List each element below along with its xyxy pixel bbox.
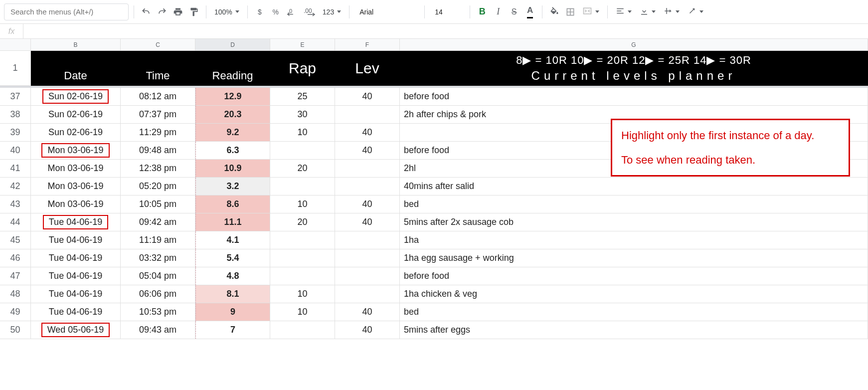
cell-note[interactable]: 5mins after eggs [400, 321, 868, 339]
row-number[interactable]: 39 [0, 124, 31, 142]
cell-time[interactable]: 05:20 pm [121, 178, 195, 195]
cell-time[interactable]: 08:12 am [121, 88, 195, 106]
text-rotation-dropdown[interactable] [685, 4, 706, 20]
cell-date[interactable]: Tue 04-06-19 [31, 285, 121, 303]
cell-date[interactable]: Tue 04-06-19 [31, 267, 121, 285]
cell-time[interactable]: 07:37 pm [121, 106, 195, 124]
cell-lev[interactable] [335, 106, 400, 124]
cell-rap[interactable]: 20 [270, 160, 335, 178]
cell-time[interactable]: 09:43 am [121, 321, 195, 339]
cell-time[interactable]: 10:53 pm [121, 303, 195, 321]
cell-reading[interactable]: 8.6 [195, 195, 270, 213]
formula-input[interactable] [23, 24, 868, 38]
cell-rap[interactable]: 10 [270, 303, 335, 321]
row-number[interactable]: 38 [0, 106, 31, 124]
merge-cells-dropdown[interactable] [579, 4, 602, 20]
row-number[interactable]: 40 [0, 142, 31, 160]
cell-reading[interactable]: 11.1 [195, 213, 270, 231]
row-number[interactable]: 48 [0, 285, 31, 303]
row-number[interactable]: 47 [0, 267, 31, 285]
format-percent-button[interactable]: % [269, 4, 283, 20]
cell-date[interactable]: Mon 03-06-19 [31, 142, 121, 160]
cell-rap[interactable] [270, 142, 335, 160]
paint-format-button[interactable] [187, 4, 201, 20]
cell-date[interactable]: Wed 05-06-19 [31, 321, 121, 339]
vertical-align-dropdown[interactable] [637, 4, 659, 20]
column-header-F[interactable]: F [335, 39, 400, 50]
text-wrap-dropdown[interactable] [661, 4, 683, 20]
cell-rap[interactable] [270, 178, 335, 195]
cell-date[interactable]: Sun 02-06-19 [31, 88, 121, 106]
cell-note[interactable]: 1ha egg sausage + working [400, 249, 868, 267]
horizontal-align-dropdown[interactable] [613, 4, 635, 20]
cell-date[interactable]: Tue 04-06-19 [31, 231, 121, 249]
cell-rap[interactable] [270, 267, 335, 285]
cell-time[interactable]: 06:06 pm [121, 285, 195, 303]
font-family-dropdown[interactable]: Arial [354, 4, 419, 19]
cell-lev[interactable] [335, 285, 400, 303]
cell-date[interactable]: Tue 04-06-19 [31, 213, 121, 231]
cell-reading[interactable]: 9 [195, 303, 270, 321]
cell-time[interactable]: 11:19 am [121, 231, 195, 249]
cell-lev[interactable] [335, 178, 400, 195]
cell-reading[interactable]: 9.2 [195, 124, 270, 142]
header-planner[interactable]: 8▶ = 10R 10▶ = 20R 12▶ = 25R 14▶ = 30R C… [400, 51, 868, 86]
column-header-C[interactable]: C [121, 39, 195, 50]
cell-reading[interactable]: 3.2 [195, 178, 270, 195]
more-number-formats-dropdown[interactable]: 123 [320, 4, 344, 20]
cell-rap[interactable]: 10 [270, 285, 335, 303]
cell-date[interactable]: Mon 03-06-19 [31, 160, 121, 178]
column-header-B[interactable]: B [31, 39, 121, 50]
zoom-dropdown[interactable]: 100% [211, 4, 242, 20]
cell-date[interactable]: Mon 03-06-19 [31, 195, 121, 213]
decrease-decimal-button[interactable]: .0 [285, 4, 300, 20]
cell-lev[interactable]: 40 [335, 142, 400, 160]
cell-rap[interactable]: 20 [270, 213, 335, 231]
cell-reading[interactable]: 12.9 [195, 88, 270, 106]
cell-rap[interactable]: 10 [270, 124, 335, 142]
header-reading[interactable]: Reading [195, 51, 270, 86]
cell-note[interactable]: before food [400, 267, 868, 285]
column-header-E[interactable]: E [270, 39, 335, 50]
row-number-1[interactable]: 1 [0, 51, 31, 86]
cell-date[interactable]: Sun 02-06-19 [31, 106, 121, 124]
cell-date[interactable]: Tue 04-06-19 [31, 303, 121, 321]
cell-rap[interactable] [270, 231, 335, 249]
cell-date[interactable]: Mon 03-06-19 [31, 178, 121, 195]
row-number[interactable]: 37 [0, 88, 31, 106]
header-time[interactable]: Time [121, 51, 195, 86]
font-size-dropdown[interactable]: 14 [430, 4, 465, 19]
cell-reading[interactable]: 4.8 [195, 267, 270, 285]
cell-rap[interactable] [270, 249, 335, 267]
cell-time[interactable]: 09:42 am [121, 213, 195, 231]
cell-date[interactable]: Sun 02-06-19 [31, 124, 121, 142]
increase-decimal-button[interactable]: .00 [302, 4, 318, 20]
row-number[interactable]: 50 [0, 321, 31, 339]
cell-lev[interactable] [335, 249, 400, 267]
fill-color-button[interactable] [547, 4, 561, 20]
cell-time[interactable]: 03:32 pm [121, 249, 195, 267]
header-lev[interactable]: Lev [335, 51, 400, 86]
italic-button[interactable]: I [491, 4, 505, 20]
redo-button[interactable] [155, 4, 169, 20]
row-number[interactable]: 46 [0, 249, 31, 267]
cell-note[interactable]: 40mins after salid [400, 178, 868, 195]
format-currency-button[interactable]: $ [253, 4, 267, 20]
text-color-button[interactable]: A [523, 4, 537, 20]
row-number[interactable]: 43 [0, 195, 31, 213]
column-header-G[interactable]: G [400, 39, 868, 50]
cell-reading[interactable]: 20.3 [195, 106, 270, 124]
row-number[interactable]: 41 [0, 160, 31, 178]
cell-reading[interactable]: 5.4 [195, 249, 270, 267]
cell-rap[interactable]: 10 [270, 195, 335, 213]
cell-lev[interactable] [335, 267, 400, 285]
header-date[interactable]: Date [31, 51, 121, 86]
cell-date[interactable]: Tue 04-06-19 [31, 249, 121, 267]
cell-rap[interactable]: 25 [270, 88, 335, 106]
cell-note[interactable]: bed [400, 303, 868, 321]
cell-note[interactable]: 1ha chicken & veg [400, 285, 868, 303]
cell-lev[interactable]: 40 [335, 321, 400, 339]
header-rap[interactable]: Rap [270, 51, 335, 86]
cell-reading[interactable]: 8.1 [195, 285, 270, 303]
bold-button[interactable]: B [475, 4, 489, 20]
